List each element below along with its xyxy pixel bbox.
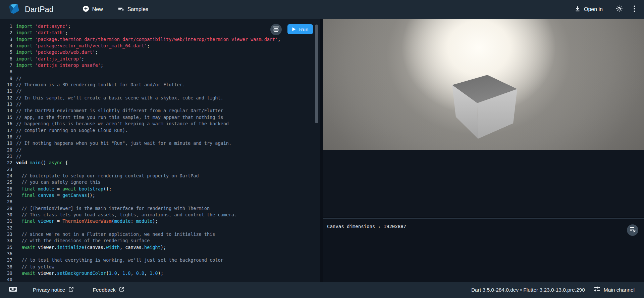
code-line: 33 // since we're not in a Flutter appli… [0, 231, 320, 238]
code-text: // you can safely ignore this [16, 179, 101, 185]
line-number: 28 [0, 199, 12, 205]
code-text: // to yellow [16, 264, 54, 269]
line-number: 33 [0, 231, 12, 238]
line-number: 21 [0, 153, 12, 160]
line-number: 40 [0, 276, 12, 282]
code-line: 28 [0, 199, 320, 205]
code-text: // [16, 147, 21, 153]
line-number: 12 [0, 95, 12, 101]
clear-console-button[interactable] [627, 224, 638, 236]
code-line: 15// app, so the first time you run this… [0, 114, 320, 121]
line-number: 1 [0, 23, 12, 30]
line-number: 27 [0, 192, 12, 199]
code-line: 40 [0, 276, 320, 282]
code-text: // [16, 134, 21, 139]
privacy-notice-link[interactable]: Privacy notice [33, 287, 74, 293]
console-line: Canvas dimensions : 644x298 [327, 223, 640, 230]
code-line: 38 // to yellow [0, 264, 320, 270]
code-line: 26 final module = await bootstrap(); [0, 186, 320, 192]
code-line: 35 await viewer.initialize(canvas.width,… [0, 244, 320, 251]
main-content: 1import 'dart:async';2import 'dart:math'… [0, 19, 644, 282]
statusbar-right: Dart 3.5.0-284.0.dev • Flutter 3.23.0-13… [471, 286, 635, 294]
overflow-menu-button[interactable] [634, 5, 635, 13]
code-line: 30 // This class lets you load assets, l… [0, 212, 320, 218]
tune-icon [594, 286, 600, 294]
code-editor[interactable]: 1import 'dart:async';2import 'dart:math'… [0, 19, 320, 282]
code-text: // happening (this is because we aren't … [16, 121, 229, 126]
code-line: 17// compiler running on Google Cloud Ru… [0, 127, 320, 134]
code-text: import 'package:vector_math/vector_math_… [16, 43, 150, 48]
format-button[interactable] [270, 24, 282, 35]
theme-toggle-button[interactable] [615, 5, 623, 14]
privacy-notice-label: Privacy notice [33, 287, 65, 293]
code-line: 8 [0, 69, 320, 75]
code-line: 19// If nothing happens when you hit "Ru… [0, 140, 320, 146]
app-title: DartPad [25, 5, 54, 14]
code-line: 6import 'dart:js_interop'; [0, 56, 320, 62]
line-number: 15 [0, 114, 12, 121]
line-number: 19 [0, 140, 12, 146]
run-button-label: Run [299, 27, 309, 32]
code-text: // compiler running on Google Cloud Run)… [16, 128, 128, 133]
new-button[interactable]: New [83, 5, 103, 13]
code-line: 7import 'dart:js_interop_unsafe'; [0, 62, 320, 69]
open-in-new-icon [119, 287, 124, 293]
channel-selector[interactable]: Main channel [594, 286, 635, 294]
feedback-link[interactable]: Feedback [93, 287, 124, 293]
run-button[interactable]: Run [287, 24, 313, 34]
line-number: 16 [0, 121, 12, 127]
code-text: import 'package:web/web.dart'; [16, 49, 98, 55]
samples-button-label: Samples [127, 6, 148, 12]
channel-label: Main channel [604, 287, 635, 293]
line-number: 8 [0, 69, 12, 75]
code-text: void main() async { [16, 160, 68, 165]
keyboard-shortcuts-button[interactable] [9, 286, 17, 294]
line-number: 20 [0, 147, 12, 153]
line-number: 22 [0, 160, 12, 166]
code-line: 13// [0, 101, 320, 108]
line-number: 29 [0, 205, 12, 212]
code-text: // [16, 88, 21, 94]
code-text: // boilerplate to setup our rendering co… [16, 173, 199, 178]
line-number: 37 [0, 257, 12, 263]
code-text: // app, so the first time you run this s… [16, 115, 223, 120]
code-text: // with the dimensions of the rendering … [16, 238, 150, 243]
line-number: 10 [0, 82, 12, 88]
console-panel: Canvas dimensions : 644x298 [323, 218, 644, 282]
playlist-add-icon [118, 5, 124, 13]
line-number: 7 [0, 62, 12, 69]
top-app-bar: DartPad New Samples Open in [0, 0, 644, 19]
code-text: import 'dart:js_interop'; [16, 56, 84, 61]
open-in-button[interactable]: Open in [574, 5, 603, 13]
samples-button[interactable]: Samples [118, 5, 148, 13]
code-text: await viewer.setBackgroundColor(1.0, 1.0… [16, 270, 163, 276]
code-text: import 'dart:math'; [16, 30, 68, 35]
feedback-label: Feedback [93, 287, 115, 293]
code-line: 23 [0, 166, 320, 173]
code-line: 25 // you can safely ignore this [0, 179, 320, 185]
code-lines: 1import 'dart:async';2import 'dart:math'… [0, 23, 320, 282]
line-number: 23 [0, 166, 12, 173]
render-canvas[interactable] [323, 19, 644, 150]
line-number: 26 [0, 186, 12, 192]
code-text: // [ThermionViewer] is the main interfac… [16, 206, 210, 211]
brightness-sun-icon [615, 5, 623, 14]
code-line: 11// [0, 88, 320, 94]
line-number: 39 [0, 270, 12, 276]
kebab-menu-icon [634, 5, 635, 13]
code-line: 24 // boilerplate to setup our rendering… [0, 173, 320, 179]
code-line: 9// [0, 75, 320, 82]
output-pane: Canvas dimensions : 644x298 [323, 19, 644, 282]
code-line: 22void main() async { [0, 160, 320, 166]
code-line: 18// [0, 134, 320, 140]
line-number: 38 [0, 264, 12, 270]
add-circle-icon [83, 5, 89, 13]
editor-scrollbar-thumb[interactable] [315, 25, 318, 123]
code-line: 14// The DartPad environment is slightly… [0, 108, 320, 114]
clear-console-icon [629, 226, 636, 234]
code-text: final viewer = ThermionViewerWasm(module… [16, 218, 158, 224]
brand: DartPad [8, 3, 54, 16]
code-line: 29 // [ThermionViewer] is the main inter… [0, 205, 320, 212]
output-filler [323, 150, 644, 217]
line-number: 5 [0, 49, 12, 55]
